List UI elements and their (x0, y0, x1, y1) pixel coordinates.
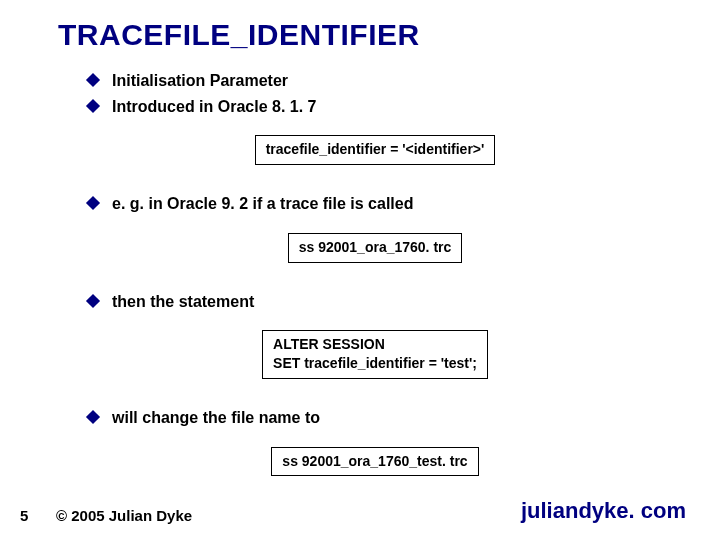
bullet-item: Introduced in Oracle 8. 1. 7 (0, 96, 720, 118)
code-box-wrap: tracefile_identifier = '<identifier>' (0, 121, 720, 173)
bullet-item: will change the file name to (0, 407, 720, 429)
code-box: ss 92001_ora_1760. trc (288, 233, 463, 263)
bullet-item: Initialisation Parameter (0, 70, 720, 92)
diamond-bullet-icon (86, 196, 100, 210)
bullet-text: will change the file name to (112, 407, 320, 429)
code-box-wrap: ss 92001_ora_1760_test. trc (0, 433, 720, 485)
bullet-text: Introduced in Oracle 8. 1. 7 (112, 96, 317, 118)
slide-container: TRACEFILE_IDENTIFIER Initialisation Para… (0, 0, 720, 540)
footer: 5 © 2005 Julian Dyke juliandyke. com (0, 498, 720, 524)
diamond-bullet-icon (86, 99, 100, 113)
site-link: juliandyke. com (521, 498, 686, 524)
code-box: ss 92001_ora_1760_test. trc (271, 447, 478, 477)
code-box-wrap: ss 92001_ora_1760. trc (0, 219, 720, 271)
diamond-bullet-icon (86, 73, 100, 87)
diamond-bullet-icon (86, 293, 100, 307)
diamond-bullet-icon (86, 410, 100, 424)
bullet-item: then the statement (0, 291, 720, 313)
bullet-item: e. g. in Oracle 9. 2 if a trace file is … (0, 193, 720, 215)
code-box: ALTER SESSION SET tracefile_identifier =… (262, 330, 488, 379)
copyright-text: © 2005 Julian Dyke (50, 507, 521, 524)
page-number: 5 (20, 507, 50, 524)
bullet-text: Initialisation Parameter (112, 70, 288, 92)
code-line: ALTER SESSION (273, 335, 477, 354)
bullet-text: e. g. in Oracle 9. 2 if a trace file is … (112, 193, 413, 215)
code-box: tracefile_identifier = '<identifier>' (255, 135, 496, 165)
code-box-wrap: ALTER SESSION SET tracefile_identifier =… (0, 316, 720, 387)
slide-title: TRACEFILE_IDENTIFIER (0, 18, 720, 52)
bullet-text: then the statement (112, 291, 254, 313)
code-line: SET tracefile_identifier = 'test'; (273, 354, 477, 373)
